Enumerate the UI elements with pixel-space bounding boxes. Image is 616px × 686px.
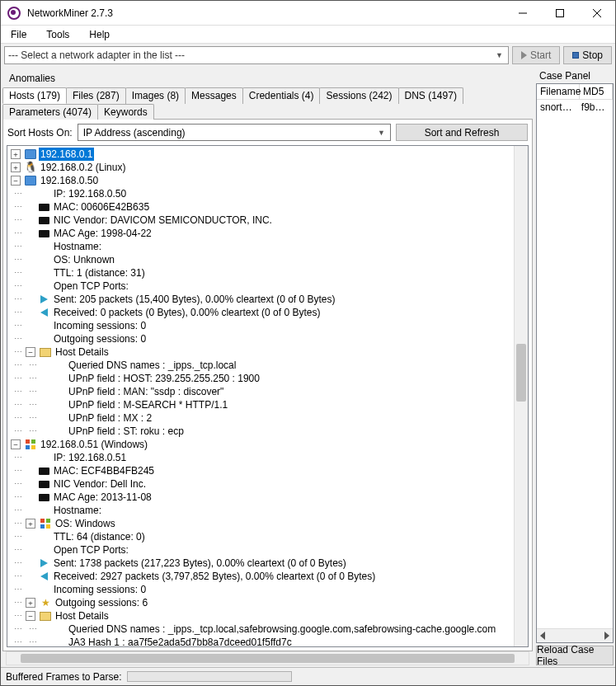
tree-label[interactable]: 192.168.0.1 — [39, 148, 94, 161]
expand-icon[interactable]: + — [26, 519, 35, 529]
menu-help[interactable]: Help — [84, 27, 115, 42]
tab-images-8-[interactable]: Images (8) — [125, 87, 186, 104]
tree-label[interactable]: OS: Unknown — [52, 253, 116, 266]
tree-label[interactable]: MAC Age: 2013-11-08 — [52, 491, 153, 504]
tree-label[interactable]: 192.168.0.50 — [39, 174, 100, 187]
tab-dns-1497-[interactable]: DNS (1497) — [398, 87, 463, 104]
tree-node[interactable]: +🐧192.168.0.2 (Linux) — [11, 161, 526, 174]
tree-label[interactable]: Open TCP Ports: — [52, 543, 130, 557]
tree-node[interactable]: ⋯TTL: 64 (distance: 0) — [11, 530, 526, 543]
tree-label[interactable]: Queried DNS names : _ipps._tcp.local,saf… — [67, 623, 497, 636]
tree-label[interactable]: Queried DNS names : _ipps._tcp.local — [67, 359, 237, 372]
tree-label[interactable]: NIC Vendor: Dell Inc. — [52, 477, 148, 491]
tree-node[interactable]: ⋯MAC Age: 1998-04-22 — [11, 227, 526, 240]
menu-file[interactable]: File — [6, 27, 31, 42]
collapse-icon[interactable]: − — [11, 176, 21, 186]
minimize-button[interactable] — [504, 1, 541, 26]
tree-node[interactable]: ⋯⋯UPnP field : M-SEARCH * HTTP/1.1 — [11, 398, 526, 411]
tree-label[interactable]: TTL: 64 (distance: 0) — [52, 530, 147, 543]
expand-icon[interactable]: + — [26, 598, 35, 608]
tree-node[interactable]: ⋯⋯UPnP field : ST: roku : ecp — [11, 425, 526, 438]
tree-node[interactable]: ⋯⋯Queried DNS names : _ipps._tcp.local — [11, 359, 526, 372]
case-horizontal-scrollbar[interactable] — [537, 628, 613, 642]
tree-node[interactable]: ⋯Open TCP Ports: — [11, 543, 526, 557]
horizontal-scrollbar[interactable] — [6, 651, 529, 665]
tree-label[interactable]: UPnP field : M-SEARCH * HTTP/1.1 — [67, 398, 229, 411]
close-button[interactable] — [578, 1, 615, 26]
tree-node[interactable]: ⋯Received: 0 packets (0 Bytes), 0.00% cl… — [11, 306, 526, 319]
tree-node[interactable]: ⋯MAC Age: 2013-11-08 — [11, 491, 526, 504]
tree-node[interactable]: ⋯Sent: 205 packets (15,400 Bytes), 0.00%… — [11, 293, 526, 306]
case-col-md5[interactable]: MD5 — [580, 84, 613, 99]
tree-node[interactable]: ⋯+★Outgoing sessions: 6 — [11, 596, 526, 609]
tree-node[interactable]: ⋯Incoming sessions: 0 — [11, 319, 526, 332]
tree-label[interactable]: UPnP field : HOST: 239.255.255.250 : 190… — [67, 372, 261, 385]
menu-tools[interactable]: Tools — [41, 27, 74, 42]
tab-files-287-[interactable]: Files (287) — [66, 87, 126, 104]
tree-label[interactable]: Incoming sessions: 0 — [52, 583, 148, 596]
tree-label[interactable]: MAC: ECF4BB4FB245 — [52, 464, 156, 477]
tree-label[interactable]: JA3 Hash 1 : aa7f5e2ada5d7bb8a7dceed01f5… — [67, 636, 294, 647]
tree-node[interactable]: ⋯NIC Vendor: DAVICOM SEMICONDUCTOR, INC. — [11, 214, 526, 227]
tab-anomalies[interactable]: Anomalies — [2, 71, 62, 86]
sort-combo[interactable]: IP Address (ascending) ▼ — [78, 124, 391, 141]
tree-node[interactable]: ⋯Received: 2927 packets (3,797,852 Bytes… — [11, 570, 526, 583]
adapter-select[interactable]: --- Select a network adapter in the list… — [4, 46, 509, 64]
tab-messages[interactable]: Messages — [185, 87, 243, 104]
tree-node[interactable]: ⋯⋯UPnP field : MAN: "ssdp : discover" — [11, 385, 526, 398]
tree-node[interactable]: ⋯⋯UPnP field : MX : 2 — [11, 411, 526, 425]
tree-label[interactable]: Sent: 205 packets (15,400 Bytes), 0.00% … — [52, 293, 337, 306]
collapse-icon[interactable]: − — [11, 439, 21, 449]
tab-sessions-242-[interactable]: Sessions (242) — [319, 87, 398, 104]
tree-label[interactable]: Host Details — [54, 609, 111, 623]
tree-node[interactable]: ⋯+OS: Windows — [11, 517, 526, 530]
tree-node[interactable]: ⋯−Host Details — [11, 345, 526, 359]
stop-button[interactable]: Stop — [563, 46, 612, 64]
tab-hosts-179-[interactable]: Hosts (179) — [2, 87, 67, 104]
tree-label[interactable]: 192.168.0.2 (Linux) — [39, 161, 127, 174]
tree-node[interactable]: ⋯OS: Unknown — [11, 253, 526, 266]
case-row[interactable]: snort.log....f9b239b... — [537, 100, 613, 115]
tab-parameters-4074-[interactable]: Parameters (4074) — [2, 104, 98, 120]
tree-label[interactable]: IP: 192.168.0.51 — [52, 451, 128, 464]
tree-node[interactable]: ⋯Sent: 1738 packets (217,223 Bytes), 0.0… — [11, 557, 526, 570]
tree-node[interactable]: −192.168.0.51 (Windows) — [11, 438, 526, 451]
tree-label[interactable]: Hostname: — [52, 504, 103, 517]
tree-label[interactable]: IP: 192.168.0.50 — [52, 187, 128, 200]
tree-node[interactable]: ⋯NIC Vendor: Dell Inc. — [11, 477, 526, 491]
tree-node[interactable]: ⋯IP: 192.168.0.50 — [11, 187, 526, 200]
tree-label[interactable]: UPnP field : MAN: "ssdp : discover" — [67, 385, 225, 398]
tree-node[interactable]: ⋯IP: 192.168.0.51 — [11, 451, 526, 464]
hosts-tree-container[interactable]: +192.168.0.1+🐧192.168.0.2 (Linux)−192.16… — [7, 145, 529, 647]
case-col-filename[interactable]: Filename — [537, 84, 580, 99]
tree-label[interactable]: Outgoing sessions: 0 — [52, 332, 148, 345]
sort-refresh-button[interactable]: Sort and Refresh — [396, 124, 528, 141]
tab-keywords[interactable]: Keywords — [97, 104, 154, 120]
tree-label[interactable]: MAC Age: 1998-04-22 — [52, 227, 153, 240]
tab-credentials-4-[interactable]: Credentials (4) — [242, 87, 321, 104]
tree-node[interactable]: −192.168.0.50 — [11, 174, 526, 187]
tree-label[interactable]: Incoming sessions: 0 — [52, 319, 148, 332]
tree-label[interactable]: UPnP field : ST: roku : ecp — [67, 425, 186, 438]
tree-label[interactable]: Received: 2927 packets (3,797,852 Bytes)… — [52, 570, 377, 583]
tree-label[interactable]: Hostname: — [52, 240, 103, 253]
tree-node[interactable]: ⋯Open TCP Ports: — [11, 280, 526, 293]
collapse-icon[interactable]: − — [26, 611, 35, 621]
scrollbar-thumb[interactable] — [21, 654, 515, 663]
start-button[interactable]: Start — [512, 46, 560, 64]
tree-label[interactable]: Outgoing sessions: 6 — [54, 596, 149, 609]
tree-label[interactable]: Open TCP Ports: — [52, 280, 130, 293]
tree-node[interactable]: ⋯⋯Queried DNS names : _ipps._tcp.local,s… — [11, 623, 526, 636]
tree-node[interactable]: ⋯TTL: 1 (distance: 31) — [11, 266, 526, 280]
collapse-icon[interactable]: − — [26, 347, 35, 357]
tree-node[interactable]: ⋯−Host Details — [11, 609, 526, 623]
reload-case-button[interactable]: Reload Case Files — [536, 646, 614, 665]
tree-label[interactable]: MAC: 00606E42B635 — [52, 200, 151, 214]
tree-label[interactable]: Host Details — [54, 345, 111, 359]
scrollbar-thumb[interactable] — [516, 344, 526, 402]
vertical-scrollbar[interactable] — [514, 146, 528, 646]
tree-label[interactable]: UPnP field : MX : 2 — [67, 411, 153, 425]
tree-label[interactable]: Received: 0 packets (0 Bytes), 0.00% cle… — [52, 306, 322, 319]
tree-node[interactable]: +192.168.0.1 — [11, 148, 526, 161]
tree-node[interactable]: ⋯Incoming sessions: 0 — [11, 583, 526, 596]
